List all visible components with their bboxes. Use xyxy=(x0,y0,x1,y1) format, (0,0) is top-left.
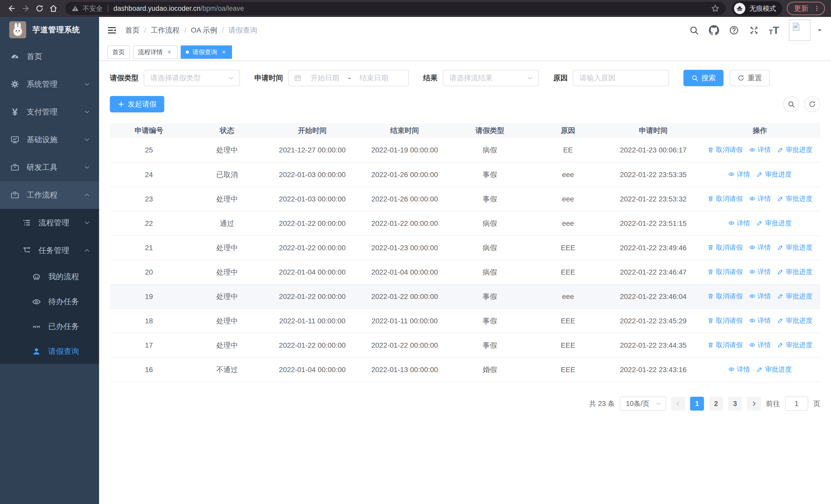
list-icon xyxy=(22,218,31,227)
sidebar-item-system[interactable]: 系统管理 xyxy=(0,70,99,98)
cancel-leave-link[interactable]: 取消请假 xyxy=(707,267,743,276)
sidebar-item-home[interactable]: 首页 xyxy=(0,42,99,70)
security-warning-icon[interactable] xyxy=(71,5,79,12)
page-size-select[interactable]: 10条/页 xyxy=(620,396,666,411)
sidebar-item-todo-tasks[interactable]: 待办任务 xyxy=(0,289,99,314)
progress-link[interactable]: 审批进度 xyxy=(756,365,792,374)
detail-link[interactable]: 详情 xyxy=(728,219,750,228)
tag-leave-query[interactable]: 请假查询 × xyxy=(181,46,232,59)
cancel-leave-link[interactable]: 取消请假 xyxy=(707,243,743,252)
goto-page-input[interactable] xyxy=(785,396,808,411)
cancel-leave-link[interactable]: 取消请假 xyxy=(707,145,743,154)
incognito-icon xyxy=(734,3,745,14)
sidebar-item-devtools[interactable]: 研发工具 xyxy=(0,153,99,181)
table-toolbar: 发起请假 xyxy=(110,96,820,112)
result-select[interactable]: 请选择流结果 xyxy=(443,70,539,86)
progress-link[interactable]: 审批进度 xyxy=(777,292,812,301)
chevron-down-icon xyxy=(84,81,90,88)
reason-input[interactable] xyxy=(579,74,662,82)
search-button[interactable]: 搜索 xyxy=(683,70,723,86)
cancel-leave-link[interactable]: 取消请假 xyxy=(707,292,743,301)
browser-forward-icon[interactable] xyxy=(20,3,31,14)
reason-field[interactable] xyxy=(573,70,669,86)
reset-button[interactable]: 重置 xyxy=(729,70,770,86)
sidebar-fold-icon[interactable] xyxy=(107,25,117,35)
start-date-input[interactable] xyxy=(306,74,344,82)
breadcrumb-home[interactable]: 首页 xyxy=(125,25,140,35)
create-leave-button[interactable]: 发起请假 xyxy=(110,96,164,112)
tag-home[interactable]: 首页 xyxy=(107,46,130,59)
close-icon[interactable]: × xyxy=(166,49,172,56)
col-start-time: 开始时间 xyxy=(266,123,359,138)
progress-link[interactable]: 审批进度 xyxy=(777,340,812,350)
apply-time-range-picker[interactable]: - xyxy=(288,70,409,86)
close-icon[interactable]: × xyxy=(221,49,227,56)
next-page-button[interactable] xyxy=(747,397,761,411)
browser-reload-icon[interactable] xyxy=(34,3,45,14)
result-label: 结果 xyxy=(423,73,437,83)
end-date-input[interactable] xyxy=(355,74,393,82)
detail-link[interactable]: 详情 xyxy=(749,243,771,252)
question-icon[interactable] xyxy=(729,25,739,35)
refresh-icon xyxy=(737,75,745,82)
leave-type-select[interactable]: 请选择请假类型 xyxy=(144,70,240,86)
pen-icon xyxy=(756,220,763,226)
detail-link[interactable]: 详情 xyxy=(749,194,771,203)
detail-link[interactable]: 详情 xyxy=(749,292,771,301)
sidebar-item-process-mgmt[interactable]: 流程管理 xyxy=(0,209,99,237)
progress-link[interactable]: 审批进度 xyxy=(777,243,812,252)
avatar[interactable] xyxy=(789,20,810,41)
table-row: 21处理中 2022-01-22 00:00:002022-01-23 00:0… xyxy=(110,236,820,260)
cancel-leave-link[interactable]: 取消请假 xyxy=(707,340,743,350)
progress-link[interactable]: 审批进度 xyxy=(777,145,812,154)
sidebar-item-workflow[interactable]: 工作流程 xyxy=(0,181,99,209)
page-button-1[interactable]: 1 xyxy=(690,397,704,411)
sidebar-item-infra[interactable]: 基础设施 xyxy=(0,126,99,153)
detail-link[interactable]: 详情 xyxy=(749,316,771,325)
search-icon[interactable] xyxy=(689,25,699,35)
progress-link[interactable]: 审批进度 xyxy=(777,267,812,276)
toggle-search-button[interactable] xyxy=(783,96,799,112)
breadcrumb-oa-demo[interactable]: OA 示例 xyxy=(191,25,218,35)
url-bar[interactable]: 不安全 dashboard.yudao.iocoder.cn/bpm/oa/le… xyxy=(65,2,726,15)
detail-link[interactable]: 详情 xyxy=(749,267,771,276)
tag-process-detail[interactable]: 流程详情 × xyxy=(133,46,178,59)
browser-back-icon[interactable] xyxy=(6,3,18,14)
cancel-leave-link[interactable]: 取消请假 xyxy=(707,194,743,203)
page-button-2[interactable]: 2 xyxy=(709,397,723,411)
refresh-table-button[interactable] xyxy=(804,96,820,112)
sidebar-item-my-process[interactable]: 我的流程 xyxy=(0,264,99,289)
cancel-leave-link[interactable]: 取消请假 xyxy=(707,316,743,325)
trash-icon xyxy=(707,147,714,153)
progress-link[interactable]: 审批进度 xyxy=(777,194,812,203)
fullscreen-icon[interactable] xyxy=(749,25,759,35)
sidebar: 芋道管理系统 首页 系统管理 ¥ 支付管理 基础设施 xyxy=(0,17,99,504)
detail-link[interactable]: 详情 xyxy=(728,170,750,179)
detail-link[interactable]: 详情 xyxy=(749,145,771,154)
progress-link[interactable]: 审批进度 xyxy=(756,170,792,179)
progress-link[interactable]: 审批进度 xyxy=(777,316,812,325)
person-icon xyxy=(32,347,41,356)
detail-link[interactable]: 详情 xyxy=(728,365,750,374)
sidebar-item-done-tasks[interactable]: 已办任务 xyxy=(0,314,99,339)
sidebar-item-payment[interactable]: ¥ 支付管理 xyxy=(0,98,99,126)
progress-link[interactable]: 审批进度 xyxy=(756,219,792,228)
goto-suffix: 页 xyxy=(813,399,820,408)
sidebar-menu: 首页 系统管理 ¥ 支付管理 基础设施 研发工具 xyxy=(0,42,99,364)
sidebar-item-leave-query[interactable]: 请假查询 xyxy=(0,339,99,364)
sidebar-item-task-mgmt[interactable]: 任务管理 xyxy=(0,237,99,264)
detail-link[interactable]: 详情 xyxy=(749,340,771,350)
font-size-icon[interactable]: TT xyxy=(769,25,779,35)
bookmark-star-icon[interactable] xyxy=(711,4,720,13)
browser-menu-icon[interactable] xyxy=(813,4,820,12)
apply-time-label: 申请时间 xyxy=(254,73,283,83)
caret-down-icon[interactable] xyxy=(816,27,823,33)
browser-update-button[interactable]: 更新 xyxy=(787,2,825,15)
dashboard-icon xyxy=(10,52,20,61)
browser-home-icon[interactable] xyxy=(48,3,59,14)
breadcrumb-workflow[interactable]: 工作流程 xyxy=(151,25,180,35)
page-button-3[interactable]: 3 xyxy=(728,397,742,411)
github-icon[interactable] xyxy=(709,25,719,35)
trash-icon xyxy=(707,244,714,251)
prev-page-button[interactable] xyxy=(671,397,685,411)
